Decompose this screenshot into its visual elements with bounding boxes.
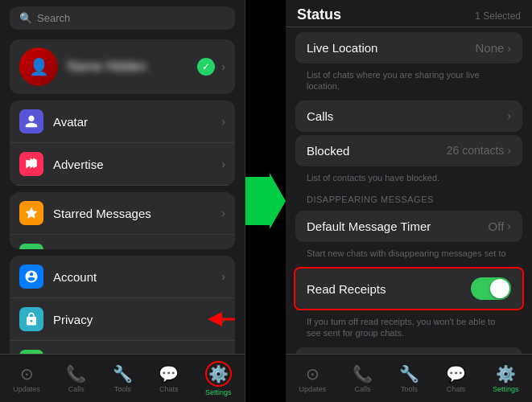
sidebar-item-account[interactable]: Account › bbox=[10, 256, 235, 298]
section-screen-lock: Screen Lock › bbox=[295, 347, 522, 354]
starred-icon bbox=[19, 201, 43, 225]
right-tools-icon: 🔧 bbox=[399, 364, 419, 384]
read-receipts-label: Read Receipts bbox=[307, 282, 471, 296]
right-nav-chats[interactable]: 💬 Chats bbox=[446, 364, 466, 393]
search-icon: 🔍 bbox=[19, 12, 32, 24]
live-location-label: Live Location bbox=[307, 41, 475, 55]
right-chats-icon: 💬 bbox=[446, 364, 466, 384]
nav-item-updates[interactable]: ⊙ Updates bbox=[13, 364, 40, 393]
nav-item-settings[interactable]: ⚙️ Settings bbox=[205, 361, 232, 396]
timer-value: Off bbox=[489, 219, 505, 233]
starred-label: Starred Messages bbox=[53, 207, 221, 220]
section-calls: Calls › bbox=[295, 100, 522, 132]
updates-icon: ⊙ bbox=[20, 364, 34, 384]
advertise-label: Advertise bbox=[53, 158, 221, 171]
right-nav-label-chats: Chats bbox=[447, 385, 466, 393]
left-panel: 🔍 Search 👤 Name Hidden ✓ › Avatar › Adve… bbox=[0, 0, 245, 402]
right-nav-label-settings: Settings bbox=[493, 385, 519, 393]
calls-chevron: › bbox=[507, 109, 511, 122]
linked-icon bbox=[19, 244, 43, 249]
sidebar-item-avatar[interactable]: Avatar › bbox=[10, 100, 235, 143]
nav-label-tools: Tools bbox=[114, 385, 131, 393]
avatar-icon bbox=[19, 109, 43, 133]
blocked-label: Blocked bbox=[307, 144, 447, 158]
timer-desc: Start new chats with disappearing messag… bbox=[295, 245, 522, 264]
settings-nav-circle: ⚙️ bbox=[205, 361, 232, 387]
blocked-desc: List of contacts you have blocked. bbox=[295, 170, 522, 188]
starred-chevron: › bbox=[221, 207, 225, 219]
account-label: Account bbox=[53, 270, 221, 284]
right-calls-icon: 📞 bbox=[353, 364, 373, 384]
avatar-label: Avatar bbox=[53, 115, 221, 129]
right-nav-label-updates: Updates bbox=[299, 385, 326, 393]
right-header: Status 1 Selected bbox=[286, 0, 532, 27]
nav-item-calls[interactable]: 📞 Calls bbox=[66, 364, 86, 393]
row-live-location[interactable]: Live Location None › bbox=[295, 32, 522, 64]
live-location-chevron: › bbox=[507, 42, 511, 55]
account-icon bbox=[19, 265, 43, 289]
green-arrow bbox=[245, 173, 286, 229]
whatsapp-badge: ✓ bbox=[197, 58, 215, 76]
menu-section-mid: Starred Messages › Linked Devices › bbox=[10, 192, 235, 249]
sidebar-item-advertise[interactable]: Advertise › bbox=[10, 143, 235, 186]
row-blocked[interactable]: Blocked 26 contacts › bbox=[295, 135, 522, 166]
row-screen-lock[interactable]: Screen Lock › bbox=[295, 347, 522, 354]
calls-label: Calls bbox=[307, 109, 507, 123]
nav-label-settings: Settings bbox=[205, 388, 232, 396]
advertise-icon bbox=[19, 152, 43, 176]
bottom-nav-left: ⊙ Updates 📞 Calls 🔧 Tools 💬 Chats ⚙️ Set… bbox=[0, 354, 245, 402]
right-nav-settings[interactable]: ⚙️ Settings bbox=[493, 364, 519, 393]
right-nav-label-calls: Calls bbox=[354, 385, 370, 393]
section-blocked: Blocked 26 contacts › bbox=[295, 135, 522, 166]
tools-icon: 🔧 bbox=[113, 364, 133, 384]
timer-label: Default Message Timer bbox=[307, 219, 489, 233]
profile-name: Name Hidden bbox=[68, 59, 197, 74]
section-location-calls: Live Location None › bbox=[295, 32, 522, 64]
profile-chevron: › bbox=[221, 60, 225, 73]
right-nav-label-tools: Tools bbox=[401, 385, 418, 393]
row-read-receipts[interactable]: Read Receipts bbox=[295, 269, 522, 309]
disappearing-section-label: DISAPPEARING MESSAGES bbox=[295, 188, 522, 207]
red-arrow-privacy bbox=[191, 307, 235, 331]
search-bar[interactable]: 🔍 Search bbox=[10, 6, 235, 30]
timer-chevron: › bbox=[507, 219, 511, 232]
privacy-label: Privacy bbox=[53, 313, 181, 326]
row-calls[interactable]: Calls › bbox=[295, 100, 522, 132]
bottom-nav-right: ⊙ Updates 📞 Calls 🔧 Tools 💬 Chats ⚙️ Set… bbox=[286, 354, 532, 402]
right-nav-updates[interactable]: ⊙ Updates bbox=[299, 364, 326, 393]
sidebar-item-privacy[interactable]: Privacy › bbox=[10, 298, 235, 341]
nav-item-chats[interactable]: 💬 Chats bbox=[159, 364, 179, 393]
right-settings-icon: ⚙️ bbox=[496, 364, 516, 384]
read-receipts-toggle[interactable] bbox=[471, 277, 511, 300]
right-nav-tools[interactable]: 🔧 Tools bbox=[399, 364, 419, 393]
nav-item-tools[interactable]: 🔧 Tools bbox=[113, 364, 133, 393]
account-chevron: › bbox=[221, 270, 225, 283]
row-default-timer[interactable]: Default Message Timer Off › bbox=[295, 211, 522, 242]
sidebar-item-linked[interactable]: Linked Devices › bbox=[10, 235, 235, 249]
sidebar-item-starred[interactable]: Starred Messages › bbox=[10, 192, 235, 235]
nav-label-chats: Chats bbox=[159, 385, 179, 393]
blocked-value: 26 contacts bbox=[447, 144, 505, 157]
live-location-desc: List of chats where you are sharing your… bbox=[295, 67, 522, 97]
nav-label-calls: Calls bbox=[68, 385, 85, 393]
right-nav-calls[interactable]: 📞 Calls bbox=[353, 364, 373, 393]
arrow-container bbox=[245, 0, 286, 402]
avatar: 👤 bbox=[19, 47, 58, 86]
read-receipts-desc: If you turn off read receipts, you won't… bbox=[295, 314, 522, 344]
avatar-chevron: › bbox=[221, 115, 225, 128]
read-receipts-highlighted: Read Receipts bbox=[294, 267, 524, 310]
right-subtitle: 1 Selected bbox=[475, 10, 521, 22]
settings-icon: ⚙️ bbox=[208, 365, 229, 383]
privacy-icon bbox=[19, 307, 43, 331]
advertise-chevron: › bbox=[221, 158, 225, 170]
right-updates-icon: ⊙ bbox=[306, 364, 320, 384]
profile-item[interactable]: 👤 Name Hidden ✓ › bbox=[10, 39, 235, 94]
section-disappearing: Default Message Timer Off › bbox=[295, 211, 522, 242]
svg-marker-3 bbox=[245, 173, 286, 229]
right-title: Status bbox=[297, 6, 341, 23]
toggle-thumb bbox=[490, 279, 509, 298]
right-panel: Status 1 Selected Live Location None › L… bbox=[286, 0, 532, 402]
live-location-value: None bbox=[475, 41, 504, 55]
menu-section-top: Avatar › Advertise › Business Tools › bbox=[10, 100, 235, 186]
settings-content: Live Location None › List of chats where… bbox=[286, 27, 532, 354]
